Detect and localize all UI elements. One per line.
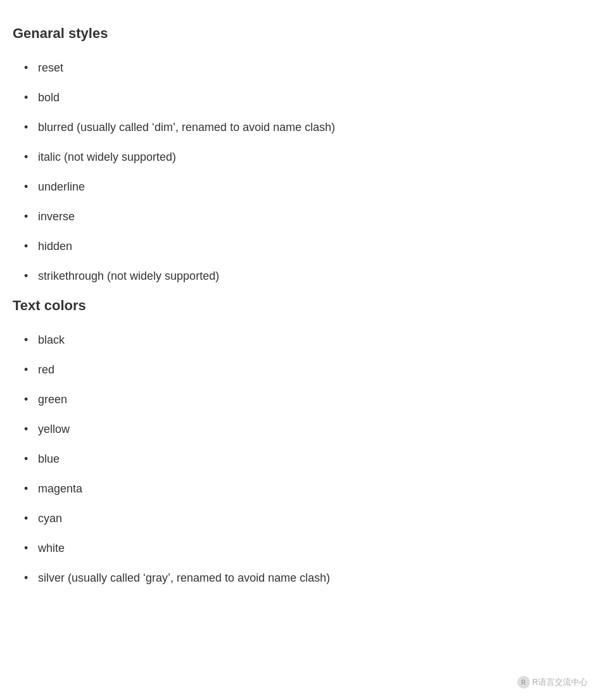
list-item: blurred (usually called ‘dim’, renamed t… (38, 113, 574, 142)
list-item: cyan (38, 504, 574, 534)
section-text-colors: Text colorsblackredgreenyellowbluemagent… (13, 297, 574, 593)
list-general-styles: resetboldblurred (usually called ‘dim’, … (13, 53, 574, 291)
list-item: red (38, 355, 574, 385)
list-item: inverse (38, 202, 574, 232)
section-heading-text-colors: Text colors (13, 297, 574, 314)
list-item: italic (not widely supported) (38, 142, 574, 172)
list-item: reset (38, 53, 574, 83)
section-heading-general-styles: Genaral styles (13, 25, 574, 42)
list-item: black (38, 325, 574, 355)
list-item: blue (38, 444, 574, 474)
list-item: silver (usually called ‘gray’, renamed t… (38, 563, 574, 593)
list-item: underline (38, 172, 574, 202)
watermark-text: R语言交流中心 (533, 677, 588, 688)
list-item: white (38, 534, 574, 563)
list-item: bold (38, 83, 574, 113)
list-item: green (38, 385, 574, 415)
list-text-colors: blackredgreenyellowbluemagentacyanwhites… (13, 325, 574, 593)
section-general-styles: Genaral stylesresetboldblurred (usually … (13, 25, 574, 291)
watermark: R R语言交流中心 (517, 676, 588, 689)
list-item: yellow (38, 415, 574, 444)
list-item: magenta (38, 474, 574, 504)
watermark-icon: R (517, 676, 530, 689)
list-item: strikethrough (not widely supported) (38, 261, 574, 291)
list-item: hidden (38, 232, 574, 261)
